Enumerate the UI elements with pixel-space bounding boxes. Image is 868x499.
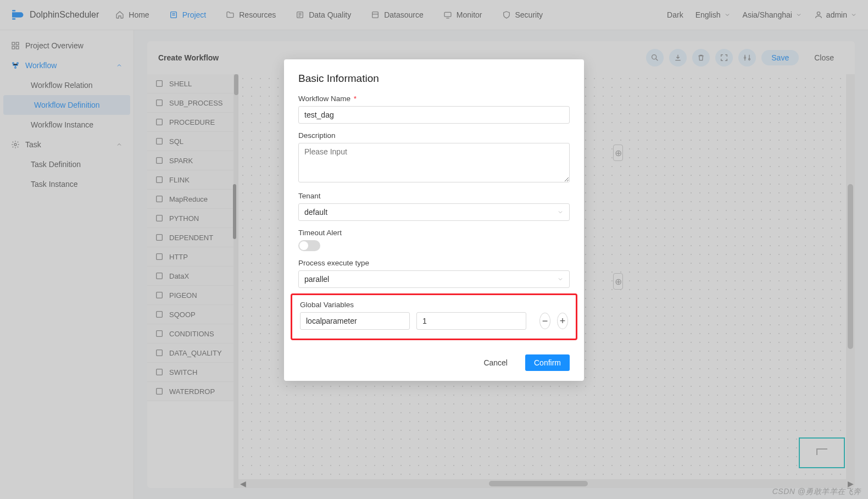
watermark: CSDN @勇敢羊羊在飞奔 (772, 487, 861, 497)
gv-value-input[interactable] (416, 312, 526, 330)
gv-label: Global Variables (300, 301, 568, 309)
dialog-footer: Cancel Confirm (298, 354, 570, 371)
dialog-title: Basic Information (298, 73, 570, 85)
gv-row: − + (300, 312, 568, 330)
timeout-label: Timeout Alert (298, 229, 570, 237)
workflow-name-label: Workflow Name * (298, 95, 570, 103)
exec-type-select[interactable]: parallel (298, 270, 570, 288)
chevron-down-icon (557, 209, 564, 215)
chevron-down-icon (557, 276, 564, 282)
remove-var-button[interactable]: − (539, 313, 550, 329)
timeout-switch[interactable] (298, 240, 320, 251)
add-var-button[interactable]: + (557, 313, 568, 329)
cancel-button[interactable]: Cancel (476, 354, 515, 371)
basic-info-dialog: Basic Information Workflow Name * Descri… (284, 59, 584, 381)
description-label: Description (298, 131, 570, 140)
description-input[interactable] (298, 143, 570, 182)
modal-overlay[interactable]: Basic Information Workflow Name * Descri… (0, 0, 868, 499)
tenant-select[interactable]: default (298, 203, 570, 221)
exec-type-label: Process execute type (298, 259, 570, 267)
gv-key-input[interactable] (300, 312, 410, 330)
workflow-name-input[interactable] (298, 106, 570, 124)
confirm-button[interactable]: Confirm (525, 354, 570, 371)
tenant-label: Tenant (298, 192, 570, 200)
global-variables-section: Global Variables − + (291, 293, 577, 340)
